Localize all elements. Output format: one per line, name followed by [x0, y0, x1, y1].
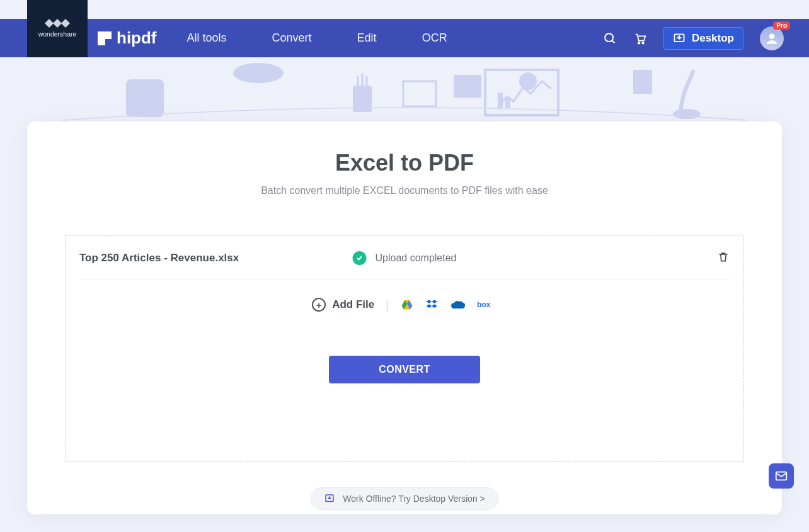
mail-icon [774, 469, 788, 483]
svg-text:box: box [477, 300, 491, 309]
svg-point-3 [642, 42, 644, 44]
offline-pill[interactable]: Work Offline? Try Desktop Version > [311, 487, 498, 510]
google-drive-icon[interactable] [400, 298, 414, 311]
brand-logo[interactable]: hipdf [98, 28, 157, 48]
upload-status: Upload completed [353, 251, 457, 265]
svg-point-2 [638, 42, 640, 44]
dropbox-icon[interactable] [425, 298, 439, 311]
convert-button[interactable]: CONVERT [329, 356, 480, 383]
add-file-label: Add File [332, 298, 374, 311]
main-nav: All tools Convert Edit OCR [187, 31, 447, 45]
file-name: Top 250 Articles - Revenue.xlsx [79, 252, 239, 264]
desktop-label: Desktop [692, 32, 734, 45]
svg-point-17 [519, 72, 537, 90]
contact-button[interactable] [769, 463, 794, 489]
svg-rect-18 [498, 93, 503, 108]
plus-icon: + [312, 298, 326, 312]
user-icon [764, 30, 780, 47]
nav-convert[interactable]: Convert [272, 31, 312, 45]
nav-edit[interactable]: Edit [357, 31, 377, 45]
svg-rect-20 [633, 70, 652, 94]
status-text: Upload completed [376, 252, 457, 264]
separator: | [386, 298, 389, 312]
wondershare-icon [46, 20, 69, 26]
box-icon[interactable]: box [477, 299, 497, 310]
wondershare-label: wondershare [38, 30, 77, 38]
main-header: wondershare hipdf All tools Convert Edit… [0, 19, 809, 57]
svg-point-0 [605, 33, 613, 42]
nav-all-tools[interactable]: All tools [187, 31, 227, 45]
desktop-button[interactable]: Desktop [663, 27, 743, 50]
delete-file-button[interactable] [717, 251, 730, 266]
check-icon [353, 251, 367, 265]
download-icon [673, 32, 686, 45]
avatar[interactable]: Pro [760, 26, 784, 50]
svg-line-1 [612, 40, 614, 43]
add-file-button[interactable]: + Add File [312, 298, 374, 312]
cart-icon[interactable] [633, 31, 647, 45]
svg-rect-14 [454, 75, 481, 98]
download-icon [324, 493, 335, 504]
file-row: Top 250 Articles - Revenue.xlsx Upload c… [79, 236, 730, 280]
offline-text: Work Offline? Try Desktop Version > [343, 494, 485, 504]
onedrive-icon[interactable] [450, 299, 466, 310]
header-right: Desktop Pro [603, 26, 809, 50]
svg-rect-6 [126, 79, 164, 117]
main-card: Excel to PDF Batch convert multiple EXCE… [27, 122, 782, 514]
add-file-row: + Add File | box [79, 298, 730, 312]
svg-rect-8 [255, 64, 261, 71]
svg-rect-13 [403, 81, 436, 106]
hipdf-icon [98, 31, 112, 45]
pro-badge: Pro [773, 21, 790, 30]
svg-point-5 [769, 33, 775, 39]
dropzone[interactable]: Top 250 Articles - Revenue.xlsx Upload c… [65, 235, 744, 462]
brand-name: hipdf [117, 28, 157, 48]
page-title: Excel to PDF [335, 150, 474, 176]
page-subtitle: Batch convert multiple EXCEL documents t… [261, 185, 548, 196]
wondershare-logo[interactable]: wondershare [27, 0, 88, 57]
search-icon[interactable] [603, 31, 617, 45]
svg-point-21 [673, 109, 701, 119]
nav-ocr[interactable]: OCR [422, 31, 447, 45]
svg-rect-19 [505, 98, 510, 108]
